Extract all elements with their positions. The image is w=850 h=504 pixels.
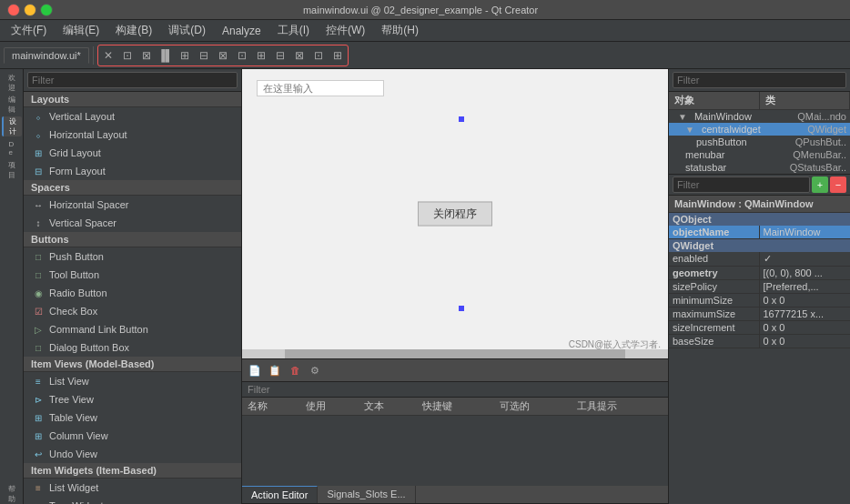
item-tree-widget[interactable]: ⊳ Tree Widget [24, 497, 241, 504]
col-name: 名称 [242, 398, 300, 416]
menu-tools[interactable]: 工具(I) [270, 21, 317, 40]
item-v-spacer[interactable]: ↕ Vertical Spacer [24, 214, 241, 232]
prop-add-btn[interactable]: + [812, 176, 828, 193]
bottom-delete-btn[interactable]: 🗑 [286, 361, 304, 379]
widget-filter-input[interactable] [27, 72, 238, 88]
minimize-button-tb[interactable] [24, 4, 36, 16]
design-canvas[interactable]: 关闭程序 CSDN@嵌入式学习者. [242, 69, 668, 358]
toolbar-save1[interactable]: ⊡ [118, 46, 137, 65]
command-link-label: Command Link Button [49, 324, 148, 335]
prop-val-sizepolicy[interactable]: [Preferred,... [760, 280, 851, 293]
file-tab[interactable]: mainwindow.ui* [4, 47, 89, 64]
toolbar-layout2[interactable]: ⊟ [195, 46, 213, 65]
bottom-settings-btn[interactable]: ⚙ [306, 361, 324, 379]
bottom-copy-btn[interactable]: 📋 [266, 361, 284, 379]
menu-file[interactable]: 文件(F) [4, 21, 54, 40]
prop-name-geometry: geometry [669, 267, 760, 279]
item-command-link[interactable]: ▷ Command Link Button [24, 320, 241, 338]
expand-icon-centralwidget: ▼ [685, 125, 694, 135]
prop-row-geometry[interactable]: geometry [(0, 0), 800 ... [669, 267, 850, 280]
prop-row-sizeincrement[interactable]: sizeIncrement 0 x 0 [669, 321, 850, 335]
item-column-view[interactable]: ⊞ Column View [24, 427, 241, 445]
toolbar-close[interactable]: ✕ [99, 46, 117, 65]
canvas-hscrollbar[interactable] [242, 349, 668, 358]
item-check-box[interactable]: ☑ Check Box [24, 302, 241, 320]
toolbar-layout5[interactable]: ⊞ [252, 46, 270, 65]
toolbar-layout6[interactable]: ⊟ [271, 46, 289, 65]
menu-debug[interactable]: 调试(D) [161, 21, 213, 40]
object-row-centralwidget[interactable]: ▼ centralwidget QWidget [669, 123, 850, 136]
prop-val-basesize[interactable]: 0 x 0 [760, 335, 851, 348]
item-list-view[interactable]: ≡ List View [24, 372, 241, 390]
toolbar-layout7[interactable]: ⊠ [290, 46, 309, 65]
item-grid-layout[interactable]: ⊞ Grid Layout [24, 144, 241, 162]
rail-design[interactable]: 设计 [2, 116, 22, 136]
prop-val-sizeincrement[interactable]: 0 x 0 [760, 321, 851, 334]
item-table-view[interactable]: ⊞ Table View [24, 408, 241, 427]
prop-remove-btn[interactable]: − [830, 176, 846, 193]
toolbar-layout1[interactable]: ⊞ [176, 46, 194, 65]
rail-project[interactable]: 项目 [2, 160, 22, 180]
item-vertical-layout[interactable]: ⬦ Vertical Layout [24, 107, 241, 126]
prop-val-minsize[interactable]: 0 x 0 [760, 294, 851, 307]
object-row-statusbar[interactable]: statusbar QStatusBar.. [669, 161, 850, 174]
tab-action-editor[interactable]: Action Editor [242, 486, 318, 503]
rail-debug[interactable]: De [2, 138, 22, 158]
prop-row-objectname[interactable]: objectName MainWindow [669, 226, 850, 239]
toolbar-layout9[interactable]: ⊞ [329, 46, 347, 65]
item-dialog-button[interactable]: □ Dialog Button Box [24, 338, 241, 357]
toolbar-layout4[interactable]: ⊡ [233, 46, 251, 65]
object-row-pushbutton[interactable]: pushButton QPushBut.. [669, 136, 850, 148]
item-horizontal-layout[interactable]: ⬦ Horizontal Layout [24, 126, 241, 144]
item-tree-view[interactable]: ⊳ Tree View [24, 390, 241, 408]
prop-row-sizepolicy[interactable]: sizePolicy [Preferred,... [669, 280, 850, 294]
rail-welcome[interactable]: 欢迎 [2, 73, 22, 93]
list-view-icon: ≡ [31, 374, 46, 388]
menu-widgets[interactable]: 控件(W) [319, 21, 372, 40]
item-tool-button[interactable]: □ Tool Button [24, 266, 241, 284]
toolbar-layout8[interactable]: ⊡ [309, 46, 328, 65]
tab-signals-slots[interactable]: Signals_Slots E... [318, 486, 415, 503]
toolbar-save2[interactable]: ⊠ [137, 46, 156, 65]
menu-edit[interactable]: 编辑(E) [56, 21, 106, 40]
item-undo-view[interactable]: ↩ Undo View [24, 445, 241, 463]
object-row-menubar[interactable]: menubar QMenuBar.. [669, 148, 850, 161]
bottom-new-btn[interactable]: 📄 [246, 361, 264, 379]
object-row-mainwindow[interactable]: ▼ MainWindow QMai...ndo [669, 110, 850, 123]
h-spacer-icon: ↔ [31, 197, 46, 212]
rail-help[interactable]: 帮助 [2, 484, 22, 504]
item-push-button[interactable]: □ Push Button [24, 247, 241, 266]
prop-row-basesize[interactable]: baseSize 0 x 0 [669, 335, 850, 348]
menu-help[interactable]: 帮助(H) [374, 21, 426, 40]
check-box-label: Check Box [49, 306, 97, 317]
title-bar-buttons[interactable] [7, 4, 53, 16]
item-list-widget[interactable]: ≡ List Widget [24, 479, 241, 497]
action-table[interactable]: 名称 使用 文本 快捷键 可选的 工具提示 [242, 398, 668, 486]
canvas-close-button[interactable]: 关闭程序 [418, 202, 492, 227]
toolbar-layout3[interactable]: ⊠ [214, 46, 232, 65]
section-item-views: Item Views (Model-Based) [24, 357, 241, 372]
prop-val-enabled[interactable]: ✓ [760, 252, 851, 266]
item-form-layout[interactable]: ⊟ Form Layout [24, 162, 241, 180]
prop-row-maxsize[interactable]: maximumSize 16777215 x... [669, 307, 850, 321]
action-filter-label: Filter [248, 384, 269, 395]
maximize-button-tb[interactable] [40, 4, 53, 16]
menu-build[interactable]: 构建(B) [108, 21, 159, 40]
prop-filter-input[interactable] [673, 176, 810, 193]
object-filter-input[interactable] [673, 72, 846, 88]
rail-edit[interactable]: 编辑 [2, 95, 22, 115]
title-bar: mainwindow.ui @ 02_designer_example - Qt… [0, 0, 850, 20]
toolbar-run[interactable]: ▐▌ [157, 46, 175, 65]
menu-analyze[interactable]: Analyze [215, 23, 268, 39]
close-button-tb[interactable] [7, 4, 20, 16]
prop-val-maxsize[interactable]: 16777215 x... [760, 307, 851, 320]
prop-val-objectname[interactable]: MainWindow [760, 226, 851, 238]
canvas-text-input[interactable] [257, 80, 384, 96]
prop-row-minsize[interactable]: minimumSize 0 x 0 [669, 294, 850, 307]
item-h-spacer[interactable]: ↔ Horizontal Spacer [24, 196, 241, 214]
prop-filter-row: + − [669, 175, 850, 196]
prop-row-enabled[interactable]: enabled ✓ [669, 252, 850, 267]
widget-filter-container [24, 69, 241, 92]
prop-val-geometry[interactable]: [(0, 0), 800 ... [760, 267, 851, 279]
item-radio-button[interactable]: ◉ Radio Button [24, 284, 241, 302]
